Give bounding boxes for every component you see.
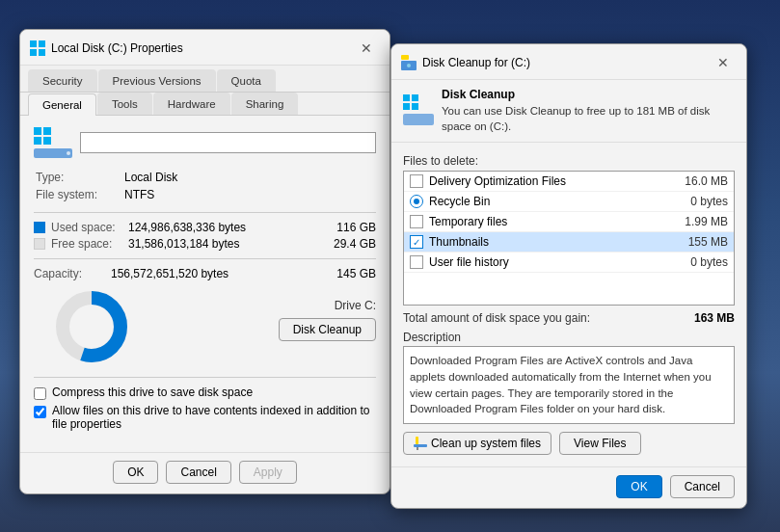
- recycle-checkbox[interactable]: [410, 195, 423, 208]
- disk-cleanup-button[interactable]: Disk Cleanup: [279, 318, 376, 341]
- history-checkbox[interactable]: [410, 255, 423, 269]
- props-body: Type: Local Disk File system: NTFS Used …: [20, 116, 390, 446]
- svg-rect-16: [412, 94, 418, 101]
- index-checkbox-row: Allow files on this drive to have conten…: [34, 404, 376, 431]
- broom-icon: [414, 437, 427, 450]
- svg-rect-15: [403, 94, 410, 101]
- tab-quota[interactable]: Quota: [217, 69, 276, 92]
- compress-checkbox[interactable]: [34, 387, 46, 400]
- info-table: Type: Local Disk File system: NTFS: [34, 168, 376, 204]
- temp-size: 1.99 MB: [675, 215, 728, 228]
- file-item-delivery[interactable]: Delivery Optimization Files 16.0 MB: [404, 172, 734, 192]
- drive-icon-row: [34, 127, 376, 158]
- tab-hardware[interactable]: Hardware: [153, 93, 230, 115]
- system-files-label: Clean up system files: [431, 437, 541, 450]
- svg-rect-6: [34, 137, 41, 145]
- tab-sharing[interactable]: Sharing: [231, 93, 299, 115]
- svg-rect-18: [412, 103, 418, 110]
- cleanup-bottom-buttons: OK Cancel: [391, 466, 746, 508]
- total-label: Total amount of disk space you gain:: [403, 311, 590, 325]
- props-cancel-button[interactable]: Cancel: [166, 461, 230, 484]
- fs-value: NTFS: [124, 187, 374, 202]
- svg-rect-22: [417, 447, 418, 450]
- thumbnails-size: 155 MB: [675, 235, 728, 249]
- temp-name: Temporary files: [429, 215, 675, 228]
- cap-gb: 145 GB: [328, 267, 376, 280]
- svg-rect-3: [39, 49, 45, 56]
- file-item-history[interactable]: User file history 0 bytes: [404, 253, 734, 273]
- type-label: Type:: [36, 170, 122, 185]
- props-close-button[interactable]: ✕: [353, 38, 380, 59]
- view-files-button[interactable]: View Files: [559, 432, 640, 455]
- capacity-row: Capacity: 156,572,651,520 bytes 145 GB: [34, 267, 376, 280]
- svg-rect-5: [43, 127, 51, 135]
- properties-window: Local Disk (C:) Properties ✕ Security Pr…: [19, 29, 390, 494]
- cleanup-action-row: Clean up system files View Files: [403, 432, 735, 455]
- cleanup-cancel-button[interactable]: Cancel: [670, 475, 735, 498]
- props-apply-button[interactable]: Apply: [239, 461, 297, 484]
- disk-visual-row: Drive C: Disk Cleanup: [34, 288, 376, 365]
- cleanup-window-icon: [401, 55, 417, 70]
- files-list: Delivery Optimization Files 16.0 MB Recy…: [403, 171, 735, 306]
- tab-tools[interactable]: Tools: [97, 93, 152, 115]
- recycle-size: 0 bytes: [675, 195, 728, 208]
- props-tab-strip: Security Previous Versions Quota: [20, 66, 390, 93]
- free-space-row: Free space: 31,586,013,184 bytes 29.4 GB: [34, 237, 376, 251]
- props-bottom-buttons: OK Cancel Apply: [20, 452, 390, 493]
- svg-rect-7: [43, 137, 51, 145]
- free-bytes: 31,586,013,184 bytes: [128, 237, 328, 251]
- tab-security[interactable]: Security: [28, 69, 97, 92]
- free-gb: 29.4 GB: [328, 237, 376, 251]
- free-color-box: [34, 238, 45, 250]
- props-tab-strip-2: General Tools Hardware Sharing: [20, 93, 390, 116]
- history-name: User file history: [429, 255, 675, 269]
- divider-2: [34, 258, 376, 259]
- svg-rect-21: [414, 444, 427, 447]
- fs-label: File system:: [36, 187, 122, 202]
- drive-icon: [34, 127, 72, 158]
- tab-general[interactable]: General: [28, 93, 96, 116]
- delivery-name: Delivery Optimization Files: [429, 174, 675, 188]
- svg-rect-20: [416, 437, 418, 444]
- svg-rect-17: [403, 103, 410, 110]
- svg-rect-12: [401, 55, 409, 60]
- compress-label: Compress this drive to save disk space: [52, 386, 253, 399]
- props-title: Local Disk (C:) Properties: [51, 41, 353, 55]
- divider-3: [34, 377, 376, 378]
- divider-1: [34, 212, 376, 213]
- desc-section-label: Description: [403, 331, 735, 344]
- used-gb: 116 GB: [328, 221, 376, 234]
- props-title-bar: Local Disk (C:) Properties ✕: [20, 30, 390, 66]
- compress-checkbox-row: Compress this drive to save disk space: [34, 386, 376, 400]
- used-space-row: Used space: 124,986,638,336 bytes 116 GB: [34, 221, 376, 234]
- cleanup-body: Files to delete: Delivery Optimization F…: [391, 143, 746, 466]
- thumbnails-checkbox[interactable]: ✓: [410, 235, 423, 249]
- index-checkbox[interactable]: [34, 406, 46, 418]
- delivery-checkbox[interactable]: [410, 174, 423, 188]
- cleanup-close-button[interactable]: ✕: [710, 52, 737, 73]
- donut-chart: [53, 288, 130, 365]
- file-item-thumbnails[interactable]: ✓ Thumbnails 155 MB: [404, 232, 734, 253]
- props-ok-button[interactable]: OK: [113, 461, 158, 484]
- system-files-button[interactable]: Clean up system files: [403, 432, 551, 455]
- description-box: Downloaded Program Files are ActiveX con…: [403, 346, 735, 424]
- temp-checkbox[interactable]: [410, 215, 423, 228]
- cleanup-title: Disk Cleanup for (C:): [422, 56, 710, 69]
- index-label: Allow files on this drive to have conten…: [52, 404, 376, 431]
- cap-bytes: 156,572,651,520 bytes: [111, 267, 328, 280]
- free-label: Free space:: [51, 237, 128, 251]
- svg-point-14: [407, 64, 411, 67]
- props-window-icon: [30, 40, 45, 56]
- description-text: Downloaded Program Files are ActiveX con…: [410, 355, 712, 414]
- total-value: 163 MB: [694, 311, 735, 325]
- cleanup-section-title: Disk Cleanup: [442, 88, 735, 101]
- file-item-recycle[interactable]: Recycle Bin 0 bytes: [404, 192, 734, 212]
- tab-previous-versions[interactable]: Previous Versions: [98, 69, 216, 92]
- recycle-name: Recycle Bin: [429, 195, 675, 208]
- file-item-temp[interactable]: Temporary files 1.99 MB: [404, 212, 734, 232]
- svg-rect-19: [403, 114, 434, 125]
- svg-rect-4: [34, 127, 41, 135]
- cleanup-ok-button[interactable]: OK: [616, 475, 661, 498]
- files-label: Files to delete:: [403, 154, 735, 168]
- svg-point-9: [67, 151, 70, 155]
